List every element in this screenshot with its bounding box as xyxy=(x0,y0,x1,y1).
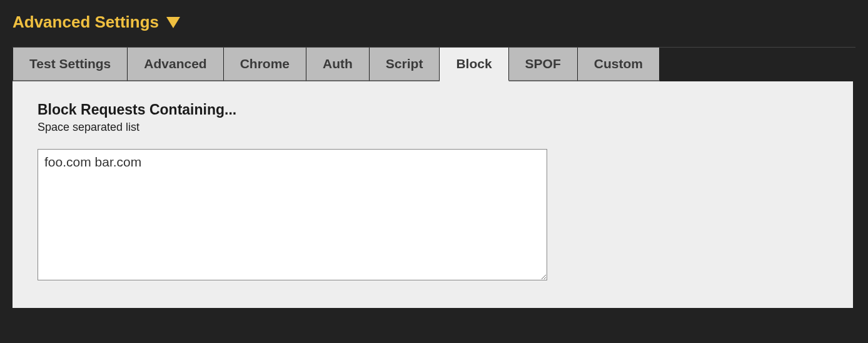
tab-spof[interactable]: SPOF xyxy=(509,48,578,81)
page-title: Advanced Settings xyxy=(13,13,159,32)
section-subtitle: Space separated list xyxy=(38,121,828,134)
tab-script[interactable]: Script xyxy=(370,48,440,81)
tab-test-settings[interactable]: Test Settings xyxy=(13,48,128,81)
svg-marker-0 xyxy=(166,17,180,28)
tab-chrome[interactable]: Chrome xyxy=(224,48,306,81)
tab-custom[interactable]: Custom xyxy=(578,48,660,81)
chevron-down-icon xyxy=(166,17,180,28)
tab-auth[interactable]: Auth xyxy=(306,48,370,81)
tab-advanced[interactable]: Advanced xyxy=(128,48,223,81)
block-requests-input[interactable] xyxy=(38,149,547,280)
advanced-settings-toggle[interactable]: Advanced Settings xyxy=(13,13,855,32)
tab-block[interactable]: Block xyxy=(440,48,508,81)
tab-bar: Test Settings Advanced Chrome Auth Scrip… xyxy=(13,47,855,81)
panel-block: Block Requests Containing... Space separ… xyxy=(13,81,853,308)
section-title: Block Requests Containing... xyxy=(38,101,828,118)
